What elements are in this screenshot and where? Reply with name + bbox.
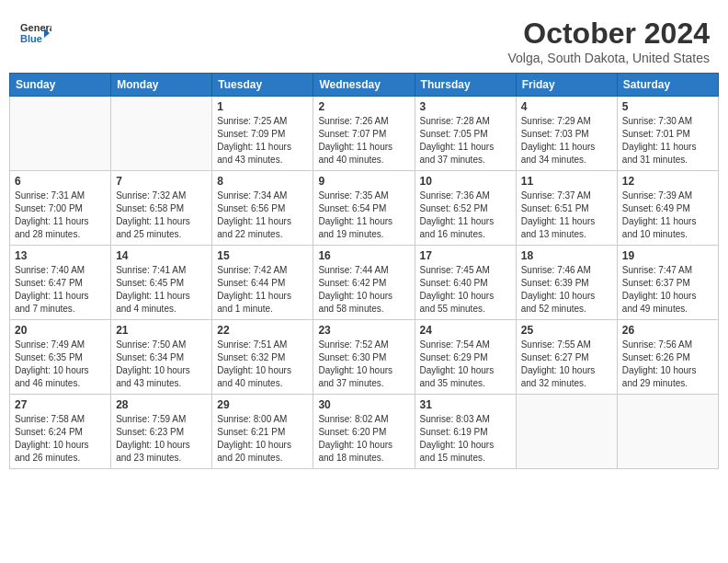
day-number: 8 [217,175,308,188]
day-number: 22 [217,324,308,337]
calendar-cell: 14Sunrise: 7:41 AM Sunset: 6:45 PM Dayli… [111,246,212,320]
day-number: 29 [217,398,308,411]
calendar-cell: 15Sunrise: 7:42 AM Sunset: 6:44 PM Dayli… [212,246,313,320]
calendar-cell: 13Sunrise: 7:40 AM Sunset: 6:47 PM Dayli… [10,246,111,320]
calendar-cell: 30Sunrise: 8:02 AM Sunset: 6:20 PM Dayli… [313,395,415,469]
day-number: 25 [521,324,612,337]
day-number: 6 [15,175,106,188]
calendar-cell: 10Sunrise: 7:36 AM Sunset: 6:52 PM Dayli… [415,171,516,246]
day-number: 16 [318,249,409,262]
day-info: Sunrise: 7:32 AM Sunset: 6:58 PM Dayligh… [116,190,207,241]
calendar-table: SundayMondayTuesdayWednesdayThursdayFrid… [9,73,719,469]
calendar-cell: 3Sunrise: 7:28 AM Sunset: 7:05 PM Daylig… [415,97,516,171]
calendar-cell: 2Sunrise: 7:26 AM Sunset: 7:07 PM Daylig… [313,97,415,171]
column-header-tuesday: Tuesday [212,74,313,97]
calendar-cell: 6Sunrise: 7:31 AM Sunset: 7:00 PM Daylig… [10,171,111,246]
calendar-cell: 18Sunrise: 7:46 AM Sunset: 6:39 PM Dayli… [516,246,617,320]
day-info: Sunrise: 7:49 AM Sunset: 6:35 PM Dayligh… [15,339,106,390]
day-number: 19 [622,249,713,262]
day-number: 26 [622,324,713,337]
day-info: Sunrise: 7:30 AM Sunset: 7:01 PM Dayligh… [622,115,713,167]
calendar-cell: 8Sunrise: 7:34 AM Sunset: 6:56 PM Daylig… [212,171,313,246]
day-number: 24 [420,324,511,337]
day-info: Sunrise: 7:28 AM Sunset: 7:05 PM Dayligh… [420,115,511,167]
calendar-cell: 26Sunrise: 7:56 AM Sunset: 6:26 PM Dayli… [617,320,718,395]
day-info: Sunrise: 8:03 AM Sunset: 6:19 PM Dayligh… [420,413,511,465]
day-info: Sunrise: 7:39 AM Sunset: 6:49 PM Dayligh… [622,190,713,241]
day-number: 27 [15,398,106,411]
day-number: 4 [521,100,612,113]
day-info: Sunrise: 7:41 AM Sunset: 6:45 PM Dayligh… [116,264,207,316]
calendar-cell: 23Sunrise: 7:52 AM Sunset: 6:30 PM Dayli… [313,320,415,395]
calendar-cell: 17Sunrise: 7:45 AM Sunset: 6:40 PM Dayli… [415,246,516,320]
day-info: Sunrise: 7:46 AM Sunset: 6:39 PM Dayligh… [521,264,612,316]
calendar-cell: 22Sunrise: 7:51 AM Sunset: 6:32 PM Dayli… [212,320,313,395]
day-info: Sunrise: 7:44 AM Sunset: 6:42 PM Dayligh… [318,264,409,316]
day-info: Sunrise: 7:58 AM Sunset: 6:24 PM Dayligh… [15,413,106,465]
day-info: Sunrise: 7:55 AM Sunset: 6:27 PM Dayligh… [521,339,612,390]
calendar-cell: 16Sunrise: 7:44 AM Sunset: 6:42 PM Dayli… [313,246,415,320]
day-info: Sunrise: 7:25 AM Sunset: 7:09 PM Dayligh… [217,115,308,167]
calendar-cell: 27Sunrise: 7:58 AM Sunset: 6:24 PM Dayli… [10,395,111,469]
calendar-cell: 21Sunrise: 7:50 AM Sunset: 6:34 PM Dayli… [111,320,212,395]
calendar-cell: 31Sunrise: 8:03 AM Sunset: 6:19 PM Dayli… [415,395,516,469]
day-info: Sunrise: 7:34 AM Sunset: 6:56 PM Dayligh… [217,190,308,241]
calendar-cell: 4Sunrise: 7:29 AM Sunset: 7:03 PM Daylig… [516,97,617,171]
day-info: Sunrise: 7:35 AM Sunset: 6:54 PM Dayligh… [318,190,409,241]
day-number: 3 [420,100,511,113]
calendar-cell: 28Sunrise: 7:59 AM Sunset: 6:23 PM Dayli… [111,395,212,469]
calendar-cell: 19Sunrise: 7:47 AM Sunset: 6:37 PM Dayli… [617,246,718,320]
day-number: 14 [116,249,207,262]
column-header-wednesday: Wednesday [313,74,415,97]
day-number: 12 [622,175,713,188]
day-number: 28 [116,398,207,411]
logo: General Blue [18,17,51,50]
calendar-cell: 24Sunrise: 7:54 AM Sunset: 6:29 PM Dayli… [415,320,516,395]
calendar-cell: 12Sunrise: 7:39 AM Sunset: 6:49 PM Dayli… [617,171,718,246]
day-number: 30 [318,398,409,411]
day-info: Sunrise: 7:31 AM Sunset: 7:00 PM Dayligh… [15,190,106,241]
day-info: Sunrise: 7:26 AM Sunset: 7:07 PM Dayligh… [318,115,409,167]
day-number: 17 [420,249,511,262]
calendar-cell [617,395,718,469]
day-info: Sunrise: 7:52 AM Sunset: 6:30 PM Dayligh… [318,339,409,390]
day-number: 21 [116,324,207,337]
day-info: Sunrise: 7:47 AM Sunset: 6:37 PM Dayligh… [622,264,713,316]
day-number: 1 [217,100,308,113]
calendar-cell: 20Sunrise: 7:49 AM Sunset: 6:35 PM Dayli… [10,320,111,395]
day-info: Sunrise: 8:00 AM Sunset: 6:21 PM Dayligh… [217,413,308,465]
day-number: 20 [15,324,106,337]
day-info: Sunrise: 7:36 AM Sunset: 6:52 PM Dayligh… [420,190,511,241]
calendar-cell [10,97,111,171]
calendar-cell: 7Sunrise: 7:32 AM Sunset: 6:58 PM Daylig… [111,171,212,246]
day-info: Sunrise: 7:50 AM Sunset: 6:34 PM Dayligh… [116,339,207,390]
day-info: Sunrise: 8:02 AM Sunset: 6:20 PM Dayligh… [318,413,409,465]
day-info: Sunrise: 7:51 AM Sunset: 6:32 PM Dayligh… [217,339,308,390]
page-header: General Blue October 2024 Volga, South D… [9,9,719,69]
day-number: 18 [521,249,612,262]
calendar-cell [111,97,212,171]
day-number: 10 [420,175,511,188]
day-info: Sunrise: 7:54 AM Sunset: 6:29 PM Dayligh… [420,339,511,390]
day-number: 31 [420,398,511,411]
column-header-saturday: Saturday [617,74,718,97]
svg-text:Blue: Blue [20,33,42,44]
calendar-cell: 5Sunrise: 7:30 AM Sunset: 7:01 PM Daylig… [617,97,718,171]
day-number: 23 [318,324,409,337]
day-number: 11 [521,175,612,188]
day-info: Sunrise: 7:59 AM Sunset: 6:23 PM Dayligh… [116,413,207,465]
day-number: 5 [622,100,713,113]
day-info: Sunrise: 7:42 AM Sunset: 6:44 PM Dayligh… [217,264,308,316]
calendar-cell: 25Sunrise: 7:55 AM Sunset: 6:27 PM Dayli… [516,320,617,395]
calendar-cell: 29Sunrise: 8:00 AM Sunset: 6:21 PM Dayli… [212,395,313,469]
month-title: October 2024 [508,17,710,51]
calendar-cell: 11Sunrise: 7:37 AM Sunset: 6:51 PM Dayli… [516,171,617,246]
calendar-cell [516,395,617,469]
logo-icon: General Blue [18,17,51,50]
column-header-sunday: Sunday [10,74,111,97]
title-area: October 2024 Volga, South Dakota, United… [508,17,710,65]
day-number: 15 [217,249,308,262]
day-info: Sunrise: 7:37 AM Sunset: 6:51 PM Dayligh… [521,190,612,241]
calendar-cell: 9Sunrise: 7:35 AM Sunset: 6:54 PM Daylig… [313,171,415,246]
location: Volga, South Dakota, United States [508,51,710,65]
